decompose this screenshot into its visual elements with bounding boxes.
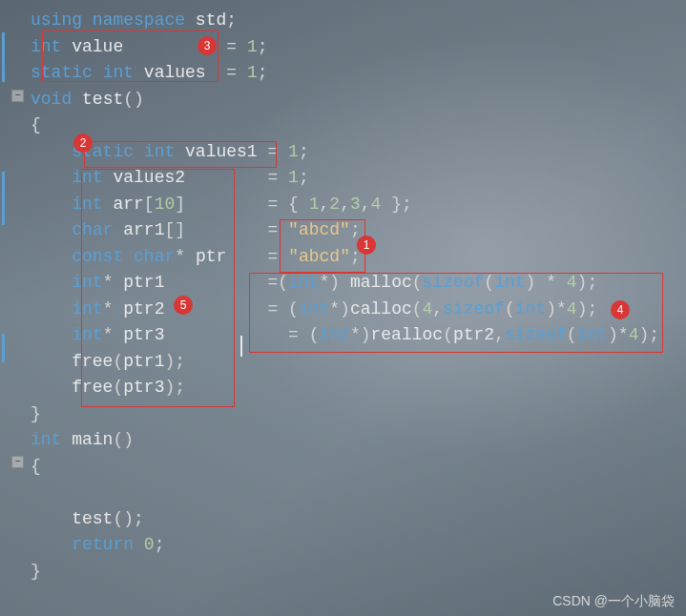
code-line[interactable]: int* ptr1 =(int*) malloc(sizeof(int) * 4… <box>17 270 686 297</box>
code-line[interactable]: int* ptr2 = (int*)calloc(4,sizeof(int)*4… <box>17 297 686 323</box>
code-line[interactable]: } <box>17 401 686 428</box>
code-line[interactable]: return 0; <box>17 532 686 559</box>
annotation-badge-5: 5 <box>174 296 193 315</box>
text-cursor <box>240 336 242 357</box>
code-line[interactable]: free(ptr3); <box>17 375 686 401</box>
code-line[interactable]: } <box>17 559 686 585</box>
code-line[interactable]: static int values = 1; <box>17 60 686 87</box>
code-line[interactable] <box>17 480 686 506</box>
annotation-badge-2: 2 <box>73 133 93 153</box>
code-line[interactable]: { <box>17 113 686 139</box>
code-line[interactable]: int value = 1; <box>17 34 686 61</box>
annotation-badge-1: 1 <box>357 236 376 255</box>
code-line[interactable]: void test() <box>17 87 686 113</box>
code-line[interactable]: using namespace std; <box>17 8 686 34</box>
code-line[interactable]: int arr[10] = { 1,2,3,4 }; <box>17 192 686 218</box>
code-line[interactable]: int values2 = 1; <box>17 165 686 192</box>
code-editor: − − using namespace std; int value = 1; … <box>0 0 686 592</box>
watermark: CSDN @一个小脑袋 <box>552 593 675 610</box>
code-line[interactable]: int* ptr3 = (int*)realloc(ptr2,sizeof(in… <box>17 322 686 349</box>
fold-bar <box>2 32 5 82</box>
code-line[interactable]: int main() <box>17 427 686 454</box>
fold-bar <box>2 334 5 362</box>
code-line[interactable]: const char* ptr = "abcd"; <box>17 244 686 271</box>
gutter: − − <box>0 0 17 592</box>
annotation-badge-4: 4 <box>611 300 630 319</box>
code-line[interactable]: static int values1 = 1; <box>17 139 686 166</box>
annotation-badge-3: 3 <box>197 36 217 55</box>
code-line[interactable]: char arr1[] = "abcd"; <box>17 217 686 244</box>
fold-bar <box>2 172 5 225</box>
code-line[interactable]: { <box>17 454 686 481</box>
code-line[interactable]: test(); <box>17 506 686 533</box>
code-line[interactable]: free(ptr1); <box>17 349 686 376</box>
